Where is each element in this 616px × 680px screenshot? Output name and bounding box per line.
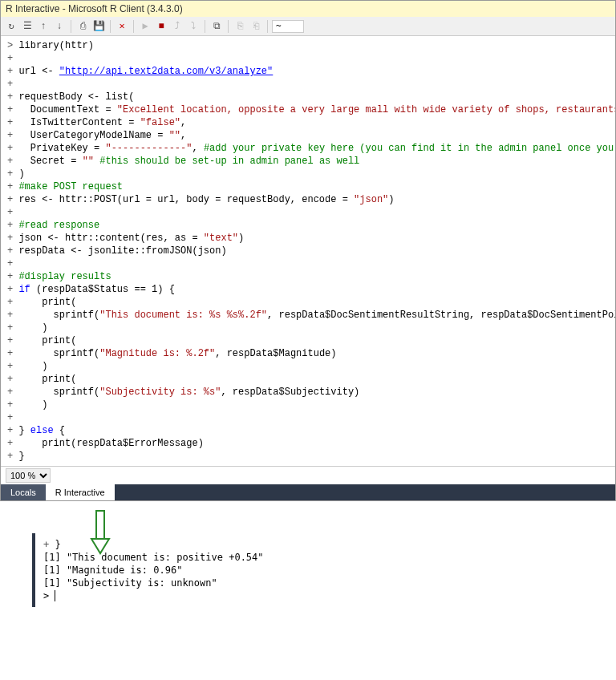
ide-window: R Interactive - Microsoft R Client (3.4.… bbox=[0, 0, 616, 501]
toolbar-input[interactable] bbox=[272, 20, 304, 33]
arrow-up-icon[interactable]: ↑ bbox=[36, 19, 51, 34]
window-icon[interactable]: ⧉ bbox=[209, 19, 224, 34]
separator bbox=[267, 20, 268, 33]
svg-marker-1 bbox=[91, 539, 109, 553]
separator bbox=[110, 20, 111, 33]
separator bbox=[228, 20, 229, 33]
tab-locals[interactable]: Locals bbox=[1, 484, 46, 500]
load-icon[interactable]: ⎙ bbox=[75, 19, 90, 34]
list-icon[interactable]: ☰ bbox=[20, 19, 34, 34]
attach-icon[interactable]: ⎘ bbox=[233, 19, 247, 34]
tab-r-interactive[interactable]: R Interactive bbox=[46, 484, 115, 500]
save-icon[interactable]: 💾 bbox=[91, 19, 106, 34]
tab-strip: Locals R Interactive bbox=[1, 484, 615, 500]
refresh-icon[interactable]: ↻ bbox=[4, 19, 18, 34]
separator bbox=[133, 20, 134, 33]
zoom-select[interactable]: 100 % bbox=[6, 468, 51, 483]
svg-rect-0 bbox=[96, 511, 104, 539]
code-editor[interactable]: > library(httr) + + url <- "http://api.t… bbox=[1, 36, 615, 466]
separator bbox=[205, 20, 205, 33]
detach-icon[interactable]: ⎗ bbox=[249, 19, 263, 34]
window-title: R Interactive - Microsoft R Client (3.4.… bbox=[6, 3, 183, 14]
status-bar: 100 % bbox=[1, 466, 615, 484]
output-area: + } [1] "This document is: positive +0.5… bbox=[0, 533, 616, 607]
step-over-icon[interactable]: ⤵ bbox=[186, 19, 201, 34]
stop-icon[interactable]: ■ bbox=[154, 19, 168, 34]
step-icon[interactable]: ⤴ bbox=[170, 19, 184, 34]
title-bar: R Interactive - Microsoft R Client (3.4.… bbox=[1, 1, 615, 17]
cursor bbox=[55, 590, 61, 601]
arrow-down-icon bbox=[88, 509, 112, 557]
delete-icon[interactable]: ✕ bbox=[115, 19, 129, 34]
separator bbox=[71, 20, 71, 33]
arrow-down-icon[interactable]: ↓ bbox=[52, 19, 67, 34]
console-output: + } [1] "This document is: positive +0.5… bbox=[32, 533, 616, 607]
toolbar: ↻ ☰ ↑ ↓ ⎙ 💾 ✕ ▶ ■ ⤴ ⤵ ⧉ ⎘ ⎗ bbox=[1, 17, 615, 36]
play-icon[interactable]: ▶ bbox=[138, 19, 152, 34]
